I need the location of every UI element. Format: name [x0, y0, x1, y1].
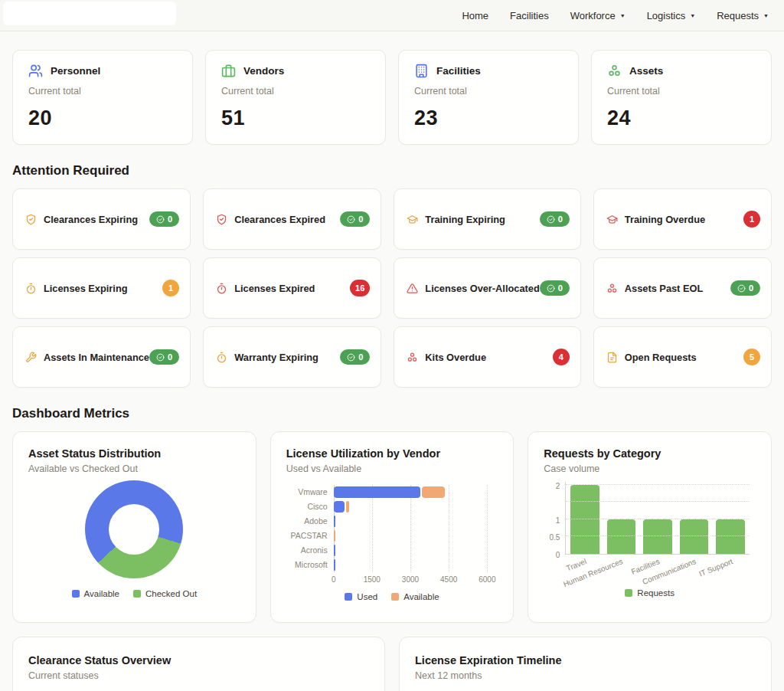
y-axis-tick: 0.5 — [549, 533, 560, 542]
alert-label: Clearances Expiring — [44, 214, 138, 225]
category-label: Travel — [565, 557, 588, 572]
vbar-plot-area — [565, 482, 750, 555]
alert-card-left: Training Overdue — [606, 214, 705, 225]
chart-subtitle: Available vs Checked Out — [28, 463, 240, 474]
status-badge-ok: 0 — [149, 349, 179, 365]
alert-label: Kits Overdue — [425, 352, 486, 363]
alert-card-open-requests[interactable]: Open Requests5 — [593, 326, 772, 388]
nav-item-home[interactable]: Home — [462, 10, 488, 21]
badge-count: 0 — [358, 215, 363, 224]
chart-subtitle: Used vs Available — [286, 463, 498, 474]
alert-label: Open Requests — [625, 352, 697, 363]
stat-card-sublabel: Current total — [607, 86, 756, 97]
alert-card-licenses-over-allocated[interactable]: Licenses Over-Allocated0 — [394, 257, 580, 319]
alert-card-assets-past-eol[interactable]: Assets Past EOL0 — [593, 257, 772, 319]
status-badge-warning: 1 — [162, 280, 179, 296]
legend-swatch — [72, 590, 80, 598]
charts-grid: Asset Status Distribution Available vs C… — [12, 431, 772, 623]
check-circle-icon — [347, 353, 355, 362]
gridline — [566, 484, 750, 485]
vbar-legend: Requests — [544, 588, 756, 598]
briefcase-icon — [221, 64, 236, 78]
chart-title: License Utilization by Vendor — [286, 447, 498, 460]
nav-item-logistics[interactable]: Logistics▼ — [647, 10, 696, 21]
stat-card-personnel[interactable]: PersonnelCurrent total20 — [12, 50, 193, 145]
legend-swatch — [345, 593, 352, 601]
alert-card-warranty-expiring[interactable]: Warranty Expiring0 — [203, 326, 381, 388]
alert-card-left: Assets In Maintenance — [25, 352, 149, 363]
alert-card-kits-overdue[interactable]: Kits Overdue4 — [394, 326, 580, 388]
badge-count: 16 — [355, 283, 364, 293]
stat-card-header: Vendors — [221, 64, 370, 78]
file-text-icon — [606, 352, 618, 363]
x-axis-tick: 4500 — [440, 575, 457, 584]
legend-item-available[interactable]: Available — [72, 589, 119, 598]
category-label: Microsoft — [286, 558, 334, 572]
alert-card-clearances-expired[interactable]: Clearances Expired0 — [203, 188, 381, 250]
nav-item-requests[interactable]: Requests▼ — [717, 10, 769, 21]
check-circle-icon — [737, 284, 746, 293]
nodes-icon — [606, 283, 618, 294]
gridline — [566, 535, 750, 536]
logo-placeholder[interactable] — [3, 2, 176, 25]
alert-label: Licenses Expired — [234, 283, 315, 294]
alert-card-training-expiring[interactable]: Training Expiring0 — [394, 188, 580, 250]
alert-card-licenses-expiring[interactable]: Licenses Expiring1 — [12, 257, 191, 319]
alert-card-assets-in-maintenance[interactable]: Assets In Maintenance0 — [12, 326, 191, 388]
building-icon — [414, 64, 429, 78]
vbar-y-axis: 00.512 — [544, 482, 565, 555]
bar-segment-available — [346, 501, 349, 513]
hbar-category-labels: VmwareCiscoAdobePACSTARAcronisMicrosoft — [286, 485, 334, 588]
nav-item-workforce[interactable]: Workforce▼ — [570, 10, 626, 21]
bar-row-pacstar — [334, 529, 488, 543]
category-label: Vmware — [286, 485, 334, 499]
badge-count: 0 — [558, 283, 563, 293]
stat-card-facilities[interactable]: FacilitiesCurrent total23 — [398, 50, 579, 145]
legend-item-requests[interactable]: Requests — [625, 588, 675, 598]
vbar-category-labels: TravelHuman ResourcesFacilitiesCommunica… — [565, 555, 750, 588]
status-badge-danger: 16 — [350, 280, 370, 296]
chevron-down-icon: ▼ — [690, 13, 695, 18]
check-circle-icon — [347, 215, 355, 224]
alert-card-clearances-expiring[interactable]: Clearances Expiring0 — [12, 188, 191, 250]
alerts-grid: Clearances Expiring0Clearances Expired0T… — [12, 188, 772, 388]
legend-item-checked-out[interactable]: Checked Out — [133, 589, 197, 598]
stat-card-header: Facilities — [414, 64, 563, 78]
donut-legend: AvailableChecked Out — [28, 589, 240, 598]
chart-card-license-expiration-timeline: License Expiration Timeline Next 12 mont… — [399, 637, 772, 691]
legend-swatch — [133, 590, 141, 598]
stat-card-title: Vendors — [243, 65, 284, 77]
stat-card-assets[interactable]: AssetsCurrent total24 — [591, 50, 772, 145]
stat-card-value: 23 — [414, 106, 563, 130]
legend-swatch — [391, 593, 399, 601]
alert-card-licenses-expired[interactable]: Licenses Expired16 — [203, 257, 381, 319]
chart-title: Clearance Status Overview — [28, 654, 369, 666]
stat-card-vendors[interactable]: VendorsCurrent total51 — [205, 50, 386, 145]
badge-count: 0 — [749, 283, 753, 293]
nav-item-facilities[interactable]: Facilities — [510, 10, 549, 21]
stat-card-header: Personnel — [28, 64, 177, 78]
chart-card-clearance-status-overview: Clearance Status Overview Current status… — [12, 637, 385, 691]
badge-count: 0 — [358, 352, 363, 362]
alert-card-left: Open Requests — [606, 352, 697, 363]
legend-label: Available — [403, 592, 439, 601]
legend-item-used[interactable]: Used — [345, 592, 377, 601]
bar-row-microsoft — [334, 558, 488, 572]
alert-card-left: Licenses Over-Allocated — [407, 283, 539, 294]
stat-card-title: Personnel — [51, 65, 100, 77]
legend-label: Available — [84, 589, 119, 598]
alert-label: Assets Past EOL — [625, 283, 703, 294]
dashboard-main: PersonnelCurrent total20VendorsCurrent t… — [0, 31, 784, 691]
donut-chart — [85, 480, 183, 578]
x-axis-tick: 0 — [332, 575, 336, 584]
bar-travel — [570, 485, 599, 554]
legend-label: Used — [357, 592, 377, 601]
stat-card-header: Assets — [607, 64, 756, 78]
alert-card-left: Licenses Expiring — [25, 283, 128, 294]
alert-card-training-overdue[interactable]: Training Overdue1 — [593, 188, 772, 250]
vbar-chart: 00.512 TravelHuman ResourcesFacilitiesCo… — [544, 482, 756, 588]
badge-count: 5 — [750, 352, 754, 362]
bar-row-adobe — [334, 514, 488, 529]
category-label: Adobe — [286, 514, 334, 529]
legend-item-available[interactable]: Available — [391, 592, 439, 601]
